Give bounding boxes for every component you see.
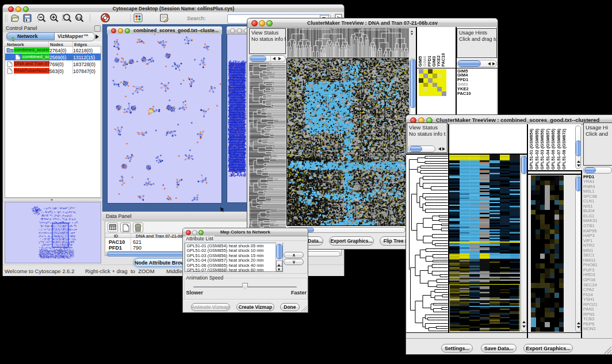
svg-text:1:1: 1:1 bbox=[76, 16, 82, 20]
